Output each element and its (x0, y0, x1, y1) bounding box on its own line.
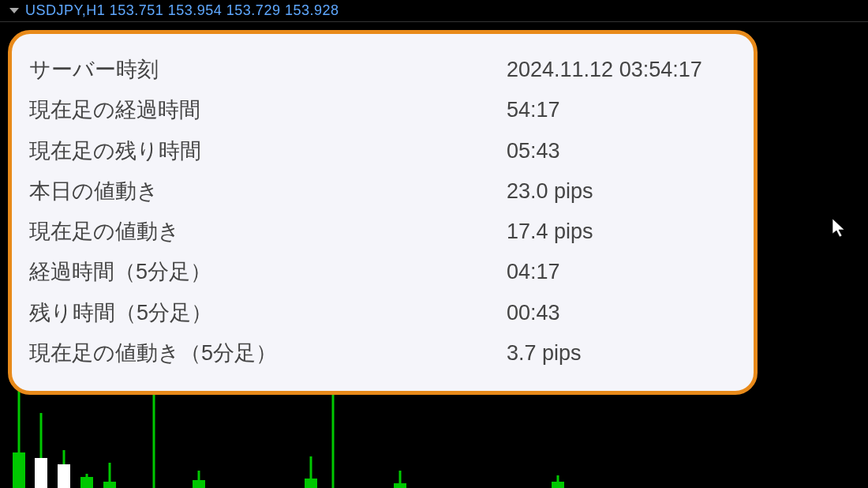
info-row-current-bar-remaining: 現在足の残り時間 05:43 (29, 131, 733, 171)
chart-title: USDJPY,H1 153.751 153.954 153.729 153.92… (25, 2, 339, 19)
info-row-5min-movement: 現在足の値動き（5分足） 3.7 pips (29, 333, 733, 374)
info-label: 本日の値動き (29, 171, 507, 212)
info-value: 04:17 (507, 252, 733, 292)
info-row-current-bar-movement: 現在足の値動き 17.4 pips (29, 212, 733, 252)
info-row-5min-remaining: 残り時間（5分足） 00:43 (29, 293, 733, 333)
info-row-today-movement: 本日の値動き 23.0 pips (29, 171, 733, 212)
chart-header: USDJPY,H1 153.751 153.954 153.729 153.92… (0, 0, 868, 22)
info-value: 54:17 (507, 90, 733, 130)
info-label: 現在足の残り時間 (29, 131, 507, 171)
info-label: 残り時間（5分足） (29, 293, 507, 333)
info-row-5min-elapsed: 経過時間（5分足） 04:17 (29, 252, 733, 292)
info-label: 現在足の値動き（5分足） (29, 333, 507, 374)
info-panel: サーバー時刻 2024.11.12 03:54:17 現在足の経過時間 54:1… (8, 30, 758, 395)
info-label: 現在足の値動き (29, 212, 507, 252)
info-label: サーバー時刻 (29, 50, 507, 90)
info-value: 2024.11.12 03:54:17 (507, 50, 733, 90)
info-value: 3.7 pips (507, 333, 733, 374)
info-value: 00:43 (507, 293, 733, 333)
info-label: 現在足の経過時間 (29, 90, 507, 130)
info-row-current-bar-elapsed: 現在足の経過時間 54:17 (29, 90, 733, 130)
info-value: 23.0 pips (507, 171, 733, 212)
info-row-server-time: サーバー時刻 2024.11.12 03:54:17 (29, 50, 733, 90)
cursor-pointer-icon (832, 218, 849, 240)
info-value: 05:43 (507, 131, 733, 171)
chart-menu-dropdown-icon[interactable] (9, 8, 19, 13)
info-value: 17.4 pips (507, 212, 733, 252)
info-label: 経過時間（5分足） (29, 252, 507, 292)
